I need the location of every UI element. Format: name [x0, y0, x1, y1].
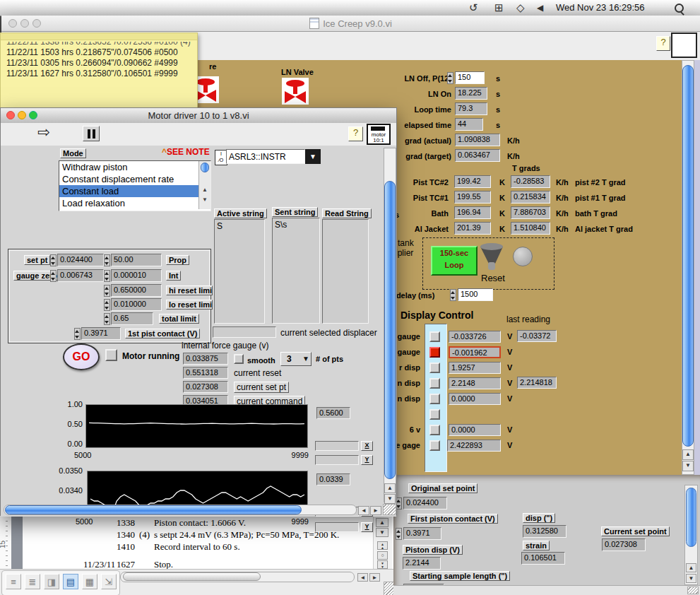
visa-resource-field[interactable]: ASRL3::INSTR	[226, 149, 305, 164]
browse-next-button[interactable]: ▼▼	[377, 560, 388, 569]
zoom-button[interactable]	[29, 111, 37, 119]
hi-reset-spinner[interactable]	[104, 285, 110, 297]
panel-vscrollbar-thumb[interactable]	[686, 488, 696, 547]
spotlight-icon[interactable]	[675, 4, 684, 13]
lo-reset-spinner[interactable]	[104, 299, 110, 311]
dc-select-button[interactable]	[429, 331, 440, 342]
sticky-note-text[interactable]: 11/22/11 1338 hrs 0.213652"/0.072536 #01…	[6, 42, 194, 108]
scroll-right-arrow[interactable]: ►	[369, 573, 380, 582]
menu-clock[interactable]: Wed Nov 23 16:29:56	[556, 2, 645, 13]
scroll-down-arrow[interactable]: ▼	[682, 461, 694, 471]
first-piston-contact-field[interactable]: 0.3971	[403, 527, 441, 540]
view-publishing-button[interactable]: ◨	[44, 574, 59, 589]
scroll-up-arrow[interactable]: ▲	[202, 187, 208, 193]
motor-hscrollbar-thumb[interactable]	[5, 505, 302, 514]
motor-vi-icon[interactable]: motor 10:1	[367, 124, 391, 145]
zoom-button[interactable]	[32, 19, 41, 28]
motor-vscrollbar-thumb[interactable]	[384, 181, 396, 479]
hi-reset-field[interactable]: 0.650000	[111, 284, 162, 297]
g2-yscale-button[interactable]: Y	[361, 522, 373, 532]
g1-xscale-button[interactable]: X	[361, 441, 373, 451]
ln-off-field[interactable]: 150	[455, 71, 485, 84]
visa-dropdown-button[interactable]: ▼	[305, 149, 321, 164]
prop-field[interactable]: 50.00	[111, 254, 162, 266]
mode-item-selected[interactable]: Constant load	[59, 185, 201, 197]
first-contact-field[interactable]: 0.3971	[81, 327, 121, 340]
active-string-box[interactable]: S	[214, 219, 265, 324]
motor-titlebar[interactable]: Motor driver 10 to 1 v8.vi	[1, 108, 396, 124]
mode-item[interactable]: Withdraw piston	[59, 161, 210, 173]
sticky-note-titlebar[interactable]	[1, 33, 197, 40]
dc-select-button[interactable]	[429, 363, 440, 373]
scroll-down-arrow[interactable]: ▼	[376, 528, 388, 537]
scroll-up-arrow[interactable]: ▲	[384, 483, 396, 493]
minimize-button[interactable]	[20, 19, 29, 28]
browse-object-button[interactable]: ○	[377, 551, 388, 560]
dc-select-button[interactable]	[429, 409, 440, 420]
total-limit-field[interactable]: 0.65	[111, 312, 153, 325]
reset-led[interactable]	[513, 247, 533, 266]
motor-running-checkbox[interactable]	[105, 349, 117, 361]
dc-select-button[interactable]	[429, 394, 440, 404]
g1-yscale-button[interactable]: Y	[361, 455, 373, 465]
vi-icon-box[interactable]	[671, 33, 697, 58]
set-pt-field[interactable]: 0.024400	[57, 254, 104, 266]
run-button[interactable]: ⇨	[37, 124, 50, 141]
scroll-down-arrow[interactable]: ▼	[686, 574, 696, 583]
go-button[interactable]: GO	[63, 343, 100, 370]
scroll-down-arrow[interactable]: ▼	[384, 494, 396, 504]
total-limit-spinner[interactable]	[104, 313, 110, 325]
scroll-right-arrow[interactable]: ►	[370, 506, 381, 515]
lo-reset-field[interactable]: 0.010000	[111, 298, 162, 311]
view-outline-button[interactable]: ≣	[25, 574, 40, 589]
view-normal-button[interactable]: ≡	[6, 574, 21, 589]
reset-funnel-icon[interactable]	[479, 242, 504, 272]
prop-spinner[interactable]	[104, 254, 110, 266]
dropbox-icon[interactable]: ◇	[516, 1, 525, 14]
gauge-zero-field[interactable]: 0.006743	[57, 269, 104, 282]
gauge-zero-spinner[interactable]	[50, 270, 57, 282]
read-delay-field[interactable]: 1500	[458, 288, 493, 301]
word-hscrollbar-thumb[interactable]	[123, 572, 261, 581]
ice-creep-titlebar[interactable]: Ice Creep v9.0.vi	[1, 16, 700, 32]
ice-vscrollbar-thumb[interactable]	[682, 65, 694, 447]
spaces-icon[interactable]: ⊞	[494, 1, 504, 14]
browse-previous-button[interactable]: ▲▲	[377, 541, 388, 550]
dc-select-button-active[interactable]	[429, 347, 440, 358]
dc-select-button[interactable]	[429, 378, 440, 389]
window-resize-grip[interactable]	[687, 587, 699, 594]
num-pts-dropdown[interactable]: 3 ▼	[280, 352, 312, 366]
volume-icon[interactable]: ◀	[537, 3, 543, 13]
time-machine-icon[interactable]: ↺	[469, 1, 478, 14]
smooth-checkbox[interactable]	[234, 354, 244, 364]
mode-scroll-thumb[interactable]	[201, 163, 209, 172]
scroll-up-arrow[interactable]: ▲	[376, 518, 388, 527]
mode-scroll-column[interactable]: ▲ ▼	[198, 161, 210, 209]
sticky-note[interactable]: 11/22/11 1338 hrs 0.213652"/0.072536 #01…	[0, 33, 198, 109]
window-resize-grip[interactable]	[383, 504, 396, 515]
read-string-box[interactable]	[322, 219, 369, 324]
first-piston-contact-spinner[interactable]	[396, 528, 402, 540]
sent-string-box[interactable]: S\s	[272, 218, 320, 324]
close-button[interactable]	[6, 111, 15, 119]
close-button[interactable]	[8, 19, 17, 28]
mode-listbox[interactable]: Withdraw piston Constant displacement ra…	[59, 160, 211, 211]
help-button[interactable]: ?	[656, 36, 670, 51]
mode-item[interactable]: Load relaxation	[59, 197, 210, 209]
scroll-up-arrow[interactable]: ▲	[686, 563, 696, 572]
view-notebook-button[interactable]: ▦	[82, 574, 97, 589]
ln-off-spinner[interactable]	[447, 72, 453, 84]
read-delay-spinner[interactable]	[450, 289, 456, 301]
scroll-down-arrow[interactable]: ▼	[202, 196, 208, 203]
int-spinner[interactable]	[104, 270, 110, 282]
dc-select-button[interactable]	[429, 425, 440, 435]
first-contact-spinner[interactable]	[74, 328, 81, 340]
pause-button[interactable]	[83, 126, 100, 141]
mode-item[interactable]: Constant displacement rate	[59, 173, 210, 185]
loop-150s-indicator[interactable]: 150-sec Loop	[431, 246, 477, 276]
original-set-point-field[interactable]: 0.024400	[403, 497, 447, 509]
scroll-left-arrow[interactable]: ◄	[357, 573, 368, 582]
set-pt-spinner[interactable]	[50, 254, 57, 266]
help-button[interactable]: ?	[348, 126, 363, 141]
view-fullscreen-button[interactable]: ⇲	[101, 574, 117, 589]
